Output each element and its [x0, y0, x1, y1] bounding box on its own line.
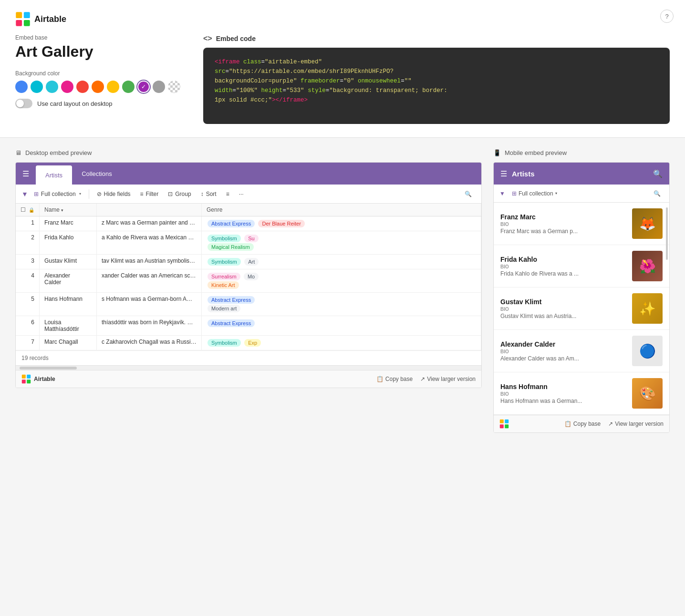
card-list: Franz Marc BIO Franz Marc was a German p… [494, 203, 669, 415]
mobile-search-button[interactable]: 🔍 [651, 189, 664, 198]
card-bio: Hans Hofmann was a German... [500, 398, 626, 404]
table-row[interactable]: 5 Hans Hofmann s Hofmann was a German-bo… [16, 293, 481, 316]
horizontal-scrollbar[interactable] [16, 365, 481, 370]
embed-code-block[interactable]: <iframe class="airtable-embed" src="http… [203, 48, 670, 124]
card-item[interactable]: Alexander Calder BIO Alexander Calder wa… [494, 330, 669, 372]
card-item[interactable]: Frida Kahlo BIO Frida Kahlo de Rivera wa… [494, 245, 669, 287]
swatch-pink[interactable] [61, 81, 73, 93]
svg-rect-8 [500, 420, 504, 423]
genre-tag: Symbolism [208, 235, 241, 242]
swatch-gray[interactable] [153, 81, 165, 93]
bio-header [97, 204, 202, 216]
artist-name: Franz Marc [40, 216, 97, 231]
mobile-grid-icon: ⊞ [512, 190, 517, 197]
mobile-copy-base-button[interactable]: 📋 Copy base [564, 421, 601, 427]
artist-bio: thíasdóttir was born in Reykjavík. She s… [97, 316, 202, 336]
card-info: Alexander Calder BIO Alexander Calder wa… [500, 340, 626, 362]
checkbox-header: ☐ 🔒 [16, 204, 40, 216]
copy-base-button[interactable]: 📋 Copy base [376, 376, 413, 382]
swatch-cyan[interactable] [31, 81, 43, 93]
swatch-blue[interactable] [15, 81, 28, 93]
footer-logo: Airtable [21, 374, 55, 384]
card-thumbnail: 🌺 [632, 251, 663, 281]
mobile-view-selector[interactable]: ⊞ Full collection ▾ [509, 189, 560, 198]
genre-tag: Der Blaue Reiter [258, 220, 304, 227]
hide-fields-button[interactable]: ⊘ Hide fields [93, 189, 135, 199]
embed-code-label: Embed code [216, 35, 256, 42]
svg-rect-0 [16, 12, 22, 18]
table-row[interactable]: 3 Gustav Klimt tav Klimt was an Austrian… [16, 255, 481, 269]
mobile-search-icon[interactable]: 🔍 [653, 169, 663, 178]
bio-label: BIO [500, 349, 626, 354]
genre-tag: Symbolism [208, 339, 241, 347]
desktop-preview-label: 🖥 Desktop embed preview [15, 149, 482, 156]
bio-label: BIO [500, 391, 626, 397]
artist-bio: c Zakharovich Chagall was a Russian-Fren… [97, 336, 202, 350]
help-button[interactable]: ? [660, 10, 674, 23]
swatch-amber[interactable] [107, 81, 119, 93]
card-layout-switch[interactable] [15, 99, 32, 108]
table-container: ☐ 🔒 Name ▾ Genre 1 [16, 204, 481, 370]
mobile-hamburger-icon[interactable]: ☰ [500, 169, 507, 178]
dropdown-arrow-icon: ▾ [79, 192, 81, 196]
row-number: 6 [16, 316, 40, 336]
desktop-embed: ☰ Artists Collections ▼ ⊞ Full collectio… [15, 162, 482, 388]
bio-label: BIO [500, 222, 626, 227]
mobile-toolbar: ▼ ⊞ Full collection ▾ 🔍 [494, 185, 669, 203]
name-header: Name ▾ [40, 204, 97, 216]
artist-name: Marc Chagall [40, 336, 97, 350]
table-row[interactable]: 1 Franz Marc z Marc was a German painter… [16, 216, 481, 231]
hamburger-icon[interactable]: ☰ [16, 169, 36, 178]
color-swatches: ✓ [15, 81, 180, 93]
table-row[interactable]: 7 Marc Chagall c Zakharovich Chagall was… [16, 336, 481, 350]
grid-icon: ⊞ [34, 191, 39, 197]
table-row[interactable]: 4 AlexanderCalder xander Calder was an A… [16, 269, 481, 293]
airtable-logo [15, 11, 31, 27]
swatch-green[interactable] [122, 81, 135, 93]
swatch-purple[interactable]: ✓ [137, 81, 150, 93]
swatch-orange[interactable] [92, 81, 104, 93]
mobile-scrollbar[interactable] [666, 207, 668, 260]
mobile-footer-links: 📋 Copy base ↗ View larger version [564, 421, 664, 427]
view-selector[interactable]: ⊞ Full collection ▾ [30, 189, 85, 199]
swatch-red[interactable] [76, 81, 89, 93]
search-icon: 🔍 [465, 191, 472, 197]
filter-dropdown-arrow[interactable]: ▼ [21, 190, 28, 198]
mobile-filter-arrow: ▼ [499, 190, 505, 197]
card-item[interactable]: Franz Marc BIO Franz Marc was a German p… [494, 203, 669, 245]
mobile-view-larger-button[interactable]: ↗ View larger version [608, 421, 664, 427]
embed-base-label: Embed base [15, 34, 180, 41]
tab-artists[interactable]: Artists [36, 165, 72, 185]
monitor-icon: 🖥 [15, 149, 21, 156]
group-button[interactable]: ⊡ Group [164, 189, 195, 199]
mobile-embed: ☰ Artists 🔍 ▼ ⊞ Full collection ▾ 🔍 [493, 162, 670, 433]
table-row[interactable]: 6 LouisaMatthíasdóttir thíasdóttir was b… [16, 316, 481, 336]
separator [89, 189, 89, 199]
genre-tag: Kinetic Art [208, 281, 239, 289]
ellipsis-icon: ··· [239, 191, 244, 197]
copy-icon: 📋 [376, 376, 384, 382]
swatch-transparent[interactable] [168, 81, 180, 93]
more-options-button[interactable]: ··· [235, 189, 248, 199]
records-count: 19 records [16, 350, 481, 365]
row-height-button[interactable]: ≡ [222, 189, 233, 199]
row-number: 2 [16, 231, 40, 255]
search-button[interactable]: 🔍 [461, 189, 476, 199]
scroll-thumb[interactable] [20, 367, 77, 370]
card-item[interactable]: Gustav Klimt BIO Gustav Klimt was an Aus… [494, 287, 669, 330]
card-item[interactable]: Hans Hofmann BIO Hans Hofmann was a Germ… [494, 372, 669, 415]
row-number: 5 [16, 293, 40, 316]
filter-button[interactable]: ≡ Filter [136, 189, 163, 199]
artist-genre: Abstract Express Der Blaue Reiter [202, 216, 481, 231]
tab-collections[interactable]: Collections [72, 163, 122, 185]
artist-bio: xander Calder was an American sculptor k… [97, 269, 202, 293]
svg-rect-1 [24, 12, 30, 18]
view-larger-button[interactable]: ↗ View larger version [420, 376, 476, 382]
artist-name: LouisaMatthíasdóttir [40, 316, 97, 336]
artist-bio: tav Klimt was an Austrian symbolist pain… [97, 255, 202, 269]
sort-button[interactable]: ↕ Sort [197, 189, 220, 199]
table-row[interactable]: 2 Frida Kahlo a Kahlo de Rivera was a Me… [16, 231, 481, 255]
card-name: Franz Marc [500, 213, 626, 221]
swatch-teal[interactable] [46, 81, 58, 93]
card-bio: Alexander Calder was an Am... [500, 355, 626, 362]
